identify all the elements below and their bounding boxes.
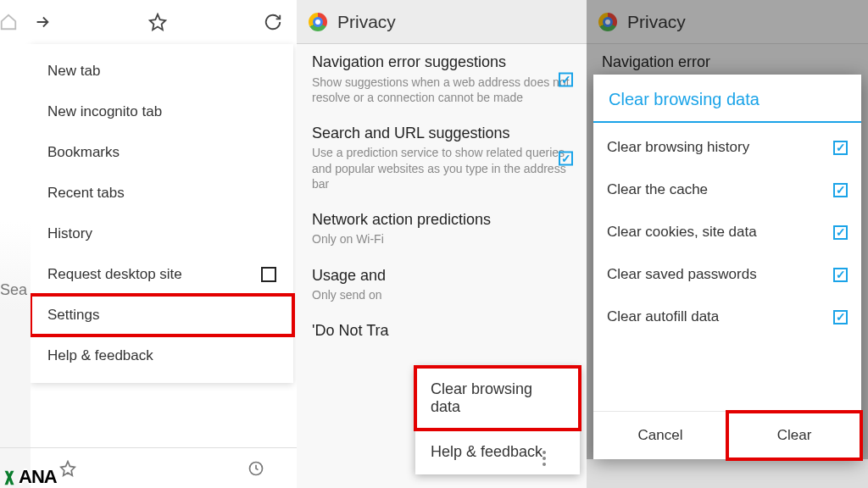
- menu-history[interactable]: History: [31, 214, 293, 254]
- menu-recent-tabs[interactable]: Recent tabs: [31, 173, 293, 214]
- panel-privacy-settings: Privacy Navigation error suggestions Sho…: [297, 0, 587, 488]
- clear-browsing-dialog: Clear browsing data Clear browsing histo…: [593, 75, 861, 459]
- page-title: Privacy: [627, 12, 686, 32]
- setting-search-url[interactable]: Search and URL suggestions Use a predict…: [297, 115, 587, 202]
- setting-desc: Only send on: [312, 287, 571, 302]
- menu-help-feedback[interactable]: Help & feedback: [31, 336, 293, 376]
- menu-label: Bookmarks: [47, 144, 120, 161]
- popup-help-feedback[interactable]: Help & feedback: [415, 430, 580, 474]
- browser-toolbar: [0, 0, 297, 44]
- clock-icon[interactable]: [239, 452, 273, 485]
- home-icon[interactable]: [0, 5, 25, 39]
- menu-label: New incognito tab: [47, 103, 162, 120]
- menu-label: Clear browsing data: [431, 380, 565, 416]
- setting-desc: Use a prediction service to show related…: [312, 145, 571, 191]
- cancel-button[interactable]: Cancel: [593, 412, 727, 459]
- setting-desc: Only on Wi-Fi: [312, 231, 571, 247]
- menu-label: Help & feedback: [431, 443, 542, 461]
- option-clear-cookies[interactable]: Clear cookies, site data ✓: [593, 211, 861, 253]
- checkbox-checked-icon[interactable]: ✓: [833, 141, 848, 155]
- button-label: Clear: [777, 427, 812, 443]
- setting-title: Network action predictions: [312, 210, 571, 230]
- checkbox-unchecked-icon[interactable]: [261, 267, 276, 282]
- chrome-overflow-menu: New tab New incognito tab Bookmarks Rece…: [31, 44, 293, 383]
- option-label: Clear autofill data: [607, 308, 719, 325]
- clear-button[interactable]: Clear: [727, 412, 861, 459]
- menu-request-desktop[interactable]: Request desktop site: [31, 254, 293, 295]
- checkbox-checked-icon[interactable]: ✓: [833, 225, 848, 240]
- kebab-icon[interactable]: [542, 451, 546, 466]
- option-clear-autofill[interactable]: Clear autofill data ✓: [593, 296, 861, 338]
- menu-new-tab[interactable]: New tab: [31, 51, 293, 92]
- setting-navigation-error[interactable]: Navigation error suggestions Show sugges…: [297, 44, 587, 115]
- setting-title: Navigation error suggestions: [312, 53, 571, 72]
- search-stub-text: Sea: [0, 281, 27, 299]
- watermark-text: ANA: [19, 466, 57, 487]
- setting-title: 'Do Not Tra: [312, 321, 571, 341]
- checkbox-checked-icon[interactable]: ✓: [559, 151, 573, 165]
- menu-label: Request desktop site: [47, 266, 182, 283]
- reload-icon[interactable]: [256, 5, 290, 39]
- divider: [593, 121, 861, 123]
- option-label: Clear browsing history: [607, 139, 749, 156]
- forward-icon[interactable]: [25, 5, 59, 39]
- panel-clear-data-dialog: Privacy Navigation error 'Do Not Track' …: [587, 0, 868, 488]
- privacy-header: Privacy: [297, 0, 587, 44]
- setting-do-not-track[interactable]: 'Do Not Tra: [297, 313, 587, 351]
- chrome-logo-icon: [309, 13, 327, 31]
- background-strip: Sea: [0, 44, 31, 488]
- panel-chrome-menu: Sea New tab New incognito tab Bookmarks …: [0, 0, 297, 488]
- option-clear-passwords[interactable]: Clear saved passwords ✓: [593, 253, 861, 296]
- option-clear-cache[interactable]: Clear the cache ✓: [593, 169, 861, 211]
- setting-desc: Show suggestions when a web address does…: [312, 75, 571, 105]
- checkbox-checked-icon[interactable]: ✓: [833, 268, 848, 282]
- option-label: Clear cookies, site data: [607, 224, 757, 241]
- setting-usage[interactable]: Usage and Only send on: [297, 258, 587, 313]
- overflow-popup: Clear browsing data Help & feedback: [415, 367, 580, 474]
- setting-title: Navigation error: [602, 53, 853, 72]
- star-icon[interactable]: [141, 5, 175, 39]
- dialog-title: Clear browsing data: [593, 75, 861, 121]
- menu-label: Recent tabs: [47, 185, 125, 202]
- menu-label: Settings: [47, 307, 99, 324]
- watermark-logo: ANA: [0, 466, 57, 488]
- setting-title: Search and URL suggestions: [312, 124, 571, 143]
- page-title: Privacy: [337, 12, 396, 32]
- setting-title: Usage and: [312, 266, 571, 286]
- setting-network-predictions[interactable]: Network action predictions Only on Wi-Fi: [297, 202, 587, 258]
- menu-bookmarks[interactable]: Bookmarks: [31, 132, 293, 173]
- menu-settings[interactable]: Settings: [31, 295, 293, 336]
- menu-label: Help & feedback: [47, 347, 153, 364]
- checkbox-checked-icon[interactable]: ✓: [833, 310, 848, 324]
- popup-clear-browsing-data[interactable]: Clear browsing data: [415, 367, 580, 430]
- checkbox-checked-icon[interactable]: ✓: [833, 183, 848, 197]
- button-label: Cancel: [638, 427, 683, 443]
- menu-new-incognito[interactable]: New incognito tab: [31, 92, 293, 132]
- option-clear-history[interactable]: Clear browsing history ✓: [593, 126, 861, 169]
- option-label: Clear the cache: [607, 181, 708, 198]
- chrome-logo-icon: [598, 13, 617, 31]
- menu-label: History: [47, 225, 92, 242]
- dialog-actions: Cancel Clear: [593, 411, 861, 459]
- menu-label: New tab: [47, 63, 100, 80]
- option-label: Clear saved passwords: [607, 266, 757, 283]
- checkbox-checked-icon[interactable]: ✓: [559, 72, 573, 86]
